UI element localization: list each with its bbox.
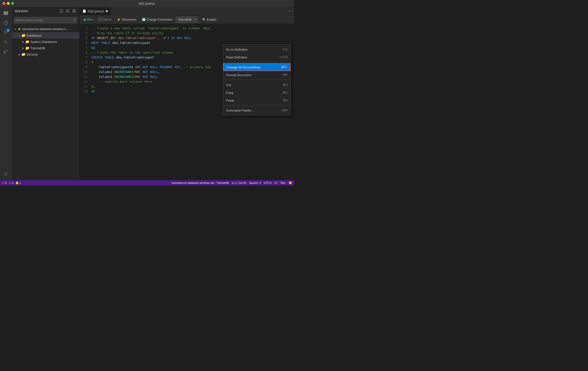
tree-item-tutorialdb[interactable]: ▶ 📁 TutorialDB — [12, 45, 79, 51]
add-connection-button[interactable] — [65, 9, 70, 14]
status-feedback[interactable]: 😊 — [289, 181, 292, 185]
search-input[interactable] — [14, 17, 77, 23]
sidebar-actions — [59, 9, 76, 14]
status-left: ⊗ 0 ⚠ 0 🔔 1 — [2, 181, 21, 185]
tab-modified-dot — [106, 10, 108, 12]
window-controls[interactable] — [2, 2, 14, 5]
security-label: Security — [26, 53, 38, 56]
tree-item-server[interactable]: ▼ ⚡ tutorialserver.database.windows.n... — [12, 26, 79, 32]
chevron-icon: ▶ — [18, 53, 21, 56]
minimize-button[interactable] — [7, 2, 10, 5]
ctx-copy[interactable]: Copy ⌘C — [223, 89, 291, 97]
server-icon: ⚡ — [18, 27, 21, 31]
db-selector[interactable]: TutorialDB — [176, 17, 198, 23]
folder-icon: 📁 — [25, 40, 29, 44]
activity-servers[interactable] — [1, 9, 10, 18]
activity-git[interactable] — [1, 48, 10, 56]
refresh-button[interactable] — [72, 9, 76, 14]
ctx-format-label: Format Document — [226, 73, 251, 77]
app-body: 1 SERVERS — [0, 7, 294, 180]
tab-label: SQLQuery1 — [88, 10, 105, 13]
new-query-button[interactable] — [59, 9, 64, 14]
disconnect-icon: ⚡ — [117, 18, 121, 21]
sidebar: SERVERS — [12, 7, 80, 180]
explain-icon: 🔍 — [202, 18, 206, 21]
search-clear-icon[interactable]: ✕ — [74, 19, 76, 22]
svg-rect-18 — [66, 11, 68, 12]
status-language: SQL — [280, 181, 286, 184]
svg-line-8 — [6, 43, 8, 44]
ctx-separator-2 — [223, 80, 291, 80]
ctx-command-palette[interactable]: Command Palette... ⇧⌘P — [223, 106, 291, 114]
status-notifications[interactable]: 🔔 1 — [15, 181, 21, 185]
tree-item-system-databases[interactable]: ▶ 📁 System Databases — [12, 39, 79, 45]
cancel-button[interactable]: □ Cancel — [96, 17, 114, 23]
ctx-cut[interactable]: Cut ⌘X — [223, 81, 291, 89]
status-server: tutorialserver.database.windows.net : Tu… — [172, 181, 229, 184]
sidebar-title: SERVERS — [15, 10, 28, 13]
svg-point-11 — [4, 53, 5, 53]
tab-bar: 📄 SQLQuery1 ··· — [80, 7, 294, 15]
line-numbers: 12345 678910 11121314 — [80, 24, 89, 180]
chevron-icon: ▼ — [18, 34, 21, 37]
tutorialdb-label: TutorialDB — [30, 46, 45, 50]
svg-point-13 — [5, 173, 7, 175]
svg-rect-0 — [4, 11, 8, 12]
queries-badge: 1 — [6, 29, 10, 32]
activity-settings[interactable] — [1, 170, 10, 178]
activity-queries[interactable]: 1 — [1, 28, 10, 37]
titlebar: SQLQuery1 — [0, 0, 294, 7]
tree-item-databases[interactable]: ▼ 📁 Databases — [12, 32, 79, 39]
close-button[interactable] — [2, 2, 5, 5]
context-menu: Go to Definition F12 Peek Definition ⌥F1… — [223, 44, 291, 115]
activity-history[interactable] — [1, 19, 10, 27]
warning-count: 0 — [12, 181, 13, 184]
folder-icon: 📁 — [21, 33, 25, 37]
code-line-2: -- Drop the table if it already exists — [91, 31, 292, 36]
svg-point-10 — [7, 50, 7, 51]
warning-icon: ⚠ — [9, 181, 11, 185]
svg-rect-22 — [74, 10, 75, 11]
explain-button[interactable]: 🔍 Explain — [200, 17, 219, 23]
server-tree: ▼ ⚡ tutorialserver.database.windows.n...… — [12, 25, 79, 180]
ctx-cut-label: Cut — [226, 83, 231, 87]
editor-tab[interactable]: 📄 SQLQuery1 — [80, 7, 111, 15]
folder-icon: 📁 — [25, 46, 29, 50]
status-errors[interactable]: ⊗ 0 — [2, 181, 7, 185]
tab-more-button[interactable]: ··· — [285, 7, 294, 15]
maximize-button[interactable] — [11, 2, 14, 5]
chevron-icon: ▶ — [21, 40, 25, 43]
run-button[interactable]: ▶ Run — [82, 17, 95, 23]
status-encoding: UTF-8 — [264, 181, 272, 184]
ctx-change-all[interactable]: Change All Occurrences ⌘F2 — [223, 63, 291, 71]
ctx-peek-label: Peek Definition — [226, 56, 247, 59]
ctx-goto-label: Go to Definition — [226, 48, 248, 51]
editor-area: 📄 SQLQuery1 ··· ▶ Run □ Cancel ⚡ Disconn… — [80, 7, 294, 180]
disconnect-button[interactable]: ⚡ Disconnect — [115, 17, 138, 23]
svg-rect-23 — [73, 11, 74, 12]
chevron-icon: ▶ — [21, 47, 25, 50]
ctx-peek-definition[interactable]: Peek Definition ⌥F12 — [223, 53, 291, 61]
tree-item-security[interactable]: ▶ 📁 Security — [12, 51, 79, 58]
sidebar-header: SERVERS — [12, 7, 79, 15]
status-warnings[interactable]: ⚠ 0 — [9, 181, 13, 185]
chevron-icon: ▼ — [14, 28, 18, 30]
ctx-format-document[interactable]: Format Document ⇧⌘F — [223, 71, 291, 79]
ctx-goto-definition[interactable]: Go to Definition F12 — [223, 46, 291, 53]
notification-count: 1 — [20, 181, 21, 184]
folder-icon: 📁 — [21, 52, 25, 56]
activity-bar: 1 — [0, 7, 12, 180]
svg-point-7 — [4, 40, 7, 43]
server-label: tutorialserver.database.windows.n... — [22, 27, 68, 31]
ctx-paste[interactable]: Paste ⌘V — [223, 97, 291, 104]
svg-rect-2 — [4, 14, 8, 15]
svg-rect-24 — [74, 11, 75, 12]
ctx-copy-shortcut: ⌘C — [283, 91, 288, 94]
change-connection-button[interactable]: 🔄 Change Connection — [140, 17, 175, 23]
ctx-paste-shortcut: ⌘V — [283, 99, 288, 102]
status-spaces: Spaces: 4 — [249, 181, 261, 184]
scrollbar[interactable] — [292, 24, 294, 180]
ctx-paste-label: Paste — [226, 99, 234, 102]
ctx-format-shortcut: ⇧⌘F — [281, 73, 288, 77]
activity-search[interactable] — [1, 38, 10, 47]
